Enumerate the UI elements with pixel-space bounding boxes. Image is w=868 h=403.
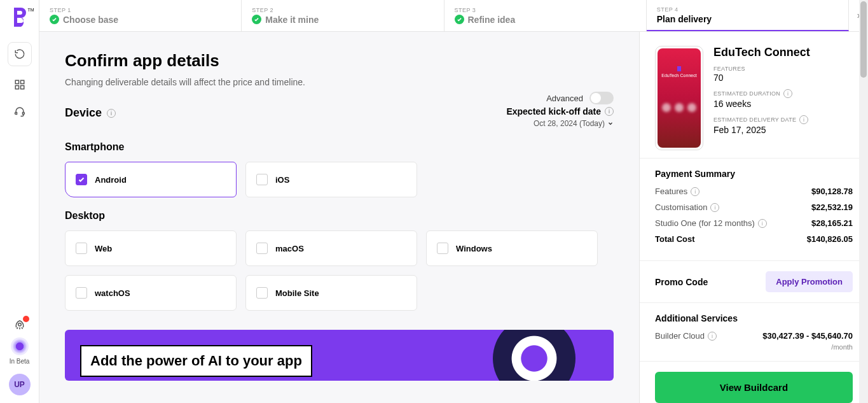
- beta-label: In Beta: [10, 358, 30, 365]
- builder-cloud-value: $30,427.39 - $45,640.70: [762, 331, 853, 341]
- step-choose-base[interactable]: STEP 1 Choose base: [39, 0, 242, 31]
- smartphone-title: Smartphone: [65, 141, 614, 153]
- info-icon[interactable]: i: [783, 89, 792, 98]
- step-title-text: Plan delivery: [657, 14, 712, 24]
- info-icon[interactable]: i: [107, 109, 116, 118]
- checkbox: [76, 287, 87, 299]
- additional-services-title: Additional Services: [655, 313, 853, 323]
- device-web[interactable]: Web: [65, 230, 237, 266]
- info-icon[interactable]: i: [708, 332, 717, 341]
- ai-banner-graphic: [493, 330, 575, 381]
- rocket-button[interactable]: [14, 318, 25, 330]
- duration-label: ESTIMATED DURATIONi: [713, 89, 853, 98]
- app-preview: EduTech Connect: [655, 46, 703, 150]
- user-avatar[interactable]: UP: [9, 374, 31, 395]
- kickoff-date-picker[interactable]: Oct 28, 2024 (Today): [506, 119, 614, 128]
- summary-sidebar: EduTech Connect EduTech Connect FEATURES…: [639, 32, 868, 403]
- device-name: macOS: [275, 244, 304, 253]
- payment-line-label: Customisationi: [655, 202, 719, 212]
- sidebar-app-name: EduTech Connect: [713, 46, 853, 59]
- stepper: STEP 1 Choose base STEP 2 Make it mine S…: [39, 0, 868, 32]
- device-macos[interactable]: macOS: [245, 230, 417, 266]
- device-name: Mobile Site: [275, 288, 319, 298]
- device-watchos[interactable]: watchOS: [65, 275, 237, 311]
- apps-icon[interactable]: [14, 79, 25, 90]
- delivery-label: ESTIMATED DELIVERY DATEi: [713, 115, 853, 124]
- svg-rect-3: [20, 86, 24, 89]
- builder-cloud-sub: /month: [655, 343, 853, 351]
- checkbox: [256, 287, 268, 299]
- step-title-text: Make it mine: [265, 15, 319, 25]
- kickoff-label-text: Expected kick-off date: [506, 106, 601, 117]
- svg-rect-0: [15, 80, 18, 83]
- kickoff-date-text: Oct 28, 2024 (Today): [534, 119, 605, 128]
- page-title: Confirm app details: [65, 51, 614, 71]
- step-label: STEP 2: [252, 7, 433, 13]
- payment-line-value: $22,532.19: [811, 202, 853, 212]
- features-label: FEATURES: [713, 66, 853, 72]
- device-section-title: Device i: [65, 106, 116, 120]
- delivery-value: Feb 17, 2025: [713, 125, 853, 135]
- checkbox: [76, 243, 87, 254]
- advanced-toggle-row: Advanced: [546, 92, 614, 104]
- features-value: 70: [713, 73, 853, 83]
- check-icon: [455, 15, 464, 24]
- info-icon[interactable]: i: [710, 203, 719, 212]
- device-android[interactable]: Android: [65, 162, 237, 197]
- step-label: STEP 3: [455, 7, 636, 13]
- headset-icon[interactable]: [14, 106, 25, 117]
- checkbox: [256, 174, 268, 185]
- payment-line-value: $90,128.78: [811, 187, 853, 196]
- svg-rect-1: [20, 80, 24, 83]
- checkbox: [437, 243, 448, 254]
- info-icon[interactable]: i: [691, 187, 699, 196]
- device-ios[interactable]: iOS: [245, 162, 417, 197]
- kickoff-label: Expected kick-off date i: [506, 106, 614, 117]
- check-icon: [252, 15, 261, 24]
- notification-badge: [23, 316, 29, 322]
- view-buildcard-button[interactable]: View Buildcard: [655, 372, 853, 403]
- info-icon[interactable]: i: [605, 107, 614, 116]
- builder-cloud-label: Builder Cloudi: [655, 331, 717, 341]
- device-mobile-site[interactable]: Mobile Site: [245, 275, 417, 311]
- info-icon[interactable]: i: [758, 219, 767, 228]
- undo-icon: [14, 48, 25, 60]
- duration-value: 16 weeks: [713, 99, 853, 109]
- checkbox-checked: [76, 174, 87, 185]
- payment-line-label: Featuresi: [655, 187, 699, 196]
- device-name: Android: [95, 175, 127, 185]
- advanced-toggle[interactable]: [589, 92, 614, 104]
- total-value: $140,826.05: [807, 234, 853, 244]
- step-make-it-mine[interactable]: STEP 2 Make it mine: [242, 0, 444, 31]
- device-name: Windows: [456, 244, 492, 253]
- scrollbar-thumb[interactable]: [860, 1, 867, 78]
- ai-banner-title: Add the power of AI to your app: [90, 353, 302, 369]
- payment-line-label: Studio One (for 12 months)i: [655, 218, 767, 228]
- page-subtitle: Changing deliverable details will affect…: [65, 77, 614, 87]
- step-label: STEP 1: [50, 7, 231, 13]
- step-label: STEP 4: [657, 6, 838, 13]
- preview-app-name: EduTech Connect: [661, 73, 696, 78]
- device-name: iOS: [275, 175, 289, 185]
- device-title-text: Device: [65, 106, 102, 120]
- trademark: TM: [27, 8, 34, 12]
- promo-label: Promo Code: [655, 277, 708, 287]
- payment-summary-title: Payment Summary: [655, 169, 853, 179]
- advanced-label: Advanced: [546, 94, 583, 103]
- check-icon: [50, 15, 59, 24]
- checkbox: [256, 243, 268, 254]
- chevron-down-icon: [607, 120, 614, 127]
- beta-indicator[interactable]: [11, 337, 29, 355]
- info-icon[interactable]: i: [799, 115, 808, 124]
- device-windows[interactable]: Windows: [426, 230, 598, 266]
- step-plan-delivery[interactable]: STEP 4 Plan delivery: [647, 0, 849, 31]
- ai-banner[interactable]: Add the power of AI to your app: [65, 330, 614, 381]
- scrollbar-track[interactable]: [859, 0, 868, 403]
- undo-button[interactable]: [8, 42, 32, 66]
- apply-promotion-button[interactable]: Apply Promotion: [766, 271, 853, 292]
- left-rail: TM In Beta UP: [0, 0, 39, 403]
- step-title-text: Choose base: [63, 15, 118, 25]
- step-refine-idea[interactable]: STEP 3 Refine idea: [444, 0, 647, 31]
- total-label: Total Cost: [655, 234, 695, 244]
- desktop-title: Desktop: [65, 210, 614, 222]
